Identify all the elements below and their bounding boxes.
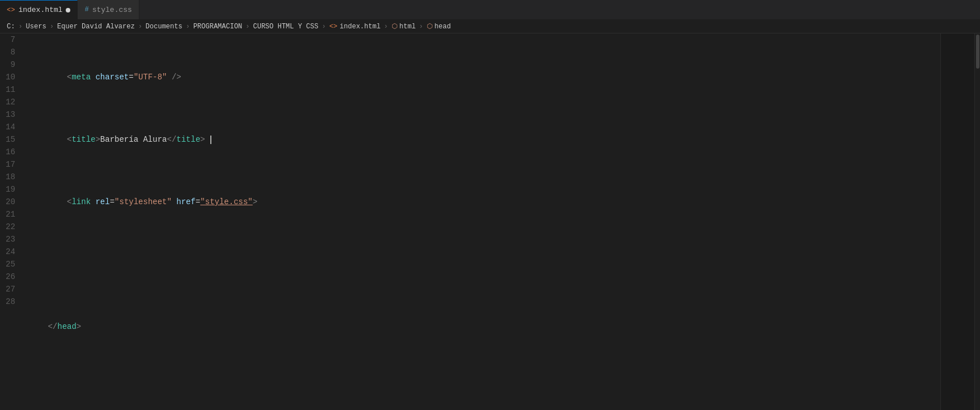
breadcrumb-filename: index.html bbox=[340, 23, 380, 31]
line-num-14: 14 bbox=[6, 121, 15, 133]
breadcrumb-sep-3: › bbox=[138, 23, 142, 31]
line-num-15: 15 bbox=[6, 133, 15, 146]
breadcrumb-user: Equer David Alvarez bbox=[57, 23, 135, 31]
breadcrumb-head-tag: head bbox=[435, 23, 451, 31]
line-num-16: 16 bbox=[6, 146, 15, 158]
tab-label-index-html: index.html bbox=[18, 6, 62, 14]
line-num-10: 10 bbox=[6, 71, 15, 83]
tab-style-css[interactable]: # style.css bbox=[78, 0, 139, 19]
breadcrumb-sep-5: › bbox=[245, 23, 249, 31]
breadcrumb-sep-2: › bbox=[50, 23, 54, 31]
code-editor[interactable]: <meta charset="UTF-8" /> <title>Barbería… bbox=[24, 33, 940, 410]
line-num-23: 23 bbox=[6, 233, 15, 246]
line-num-19: 19 bbox=[6, 183, 15, 196]
tab-bar: <> index.html # style.css bbox=[0, 0, 980, 20]
code-line-11: </head> bbox=[29, 320, 940, 333]
line-num-20: 20 bbox=[6, 196, 15, 208]
breadcrumb-drive: C: bbox=[7, 23, 15, 31]
tab-index-html[interactable]: <> index.html bbox=[0, 0, 78, 19]
breadcrumb-sep-4: › bbox=[186, 23, 190, 31]
line-num-22: 22 bbox=[6, 221, 15, 233]
breadcrumb-html-icon: <> bbox=[329, 23, 337, 31]
breadcrumb-head-tag-icon: ⬡ bbox=[427, 22, 432, 31]
tab-label-style-css: style.css bbox=[92, 6, 132, 14]
breadcrumb: C: › Users › Equer David Alvarez › Docum… bbox=[0, 20, 980, 33]
line-num-25: 25 bbox=[6, 258, 15, 270]
text-cursor bbox=[210, 136, 211, 144]
line-num-11: 11 bbox=[6, 83, 15, 96]
line-num-24: 24 bbox=[6, 246, 15, 258]
line-num-26: 26 bbox=[6, 270, 15, 283]
line-num-12: 12 bbox=[6, 96, 15, 108]
css-file-icon: # bbox=[84, 6, 88, 14]
breadcrumb-curso: CURSO HTML Y CSS bbox=[253, 23, 319, 31]
code-line-10 bbox=[29, 258, 940, 270]
breadcrumb-html-tag: html bbox=[400, 23, 416, 31]
line-num-21: 21 bbox=[6, 208, 15, 221]
code-line-9: <link rel="stylesheet" href="style.css"> bbox=[29, 196, 940, 208]
line-num-13: 13 bbox=[6, 108, 15, 121]
line-num-27: 27 bbox=[6, 283, 15, 295]
line-num-7: 7 bbox=[6, 33, 15, 46]
code-line-8: <title>Barbería Alura</title> bbox=[29, 133, 940, 146]
breadcrumb-users: Users bbox=[26, 23, 46, 31]
scrollbar-thumb[interactable] bbox=[976, 35, 979, 69]
breadcrumb-sep-6: › bbox=[322, 23, 326, 31]
line-num-18: 18 bbox=[6, 171, 15, 183]
breadcrumb-programacion: PROGRAMACION bbox=[193, 23, 242, 31]
line-num-28: 28 bbox=[6, 295, 15, 308]
minimap bbox=[940, 33, 974, 410]
line-numbers: 7 8 9 10 11 12 13 14 15 16 17 18 19 20 2… bbox=[0, 33, 24, 410]
breadcrumb-html-tag-icon: ⬡ bbox=[392, 22, 397, 31]
vertical-scrollbar[interactable] bbox=[974, 33, 980, 410]
breadcrumb-documents: Documents bbox=[146, 23, 183, 31]
breadcrumb-sep-7: › bbox=[384, 23, 388, 31]
editor-area: 7 8 9 10 11 12 13 14 15 16 17 18 19 20 2… bbox=[0, 33, 980, 410]
line-num-17: 17 bbox=[6, 158, 15, 171]
tab-modified-dot bbox=[66, 8, 70, 12]
html-file-icon: <> bbox=[7, 6, 15, 14]
code-line-12 bbox=[29, 383, 940, 395]
breadcrumb-sep-8: › bbox=[419, 23, 423, 31]
line-num-8: 8 bbox=[6, 46, 15, 58]
code-line-7: <meta charset="UTF-8" /> bbox=[29, 71, 940, 83]
breadcrumb-sep-1: › bbox=[18, 23, 22, 31]
line-num-9: 9 bbox=[6, 58, 15, 71]
